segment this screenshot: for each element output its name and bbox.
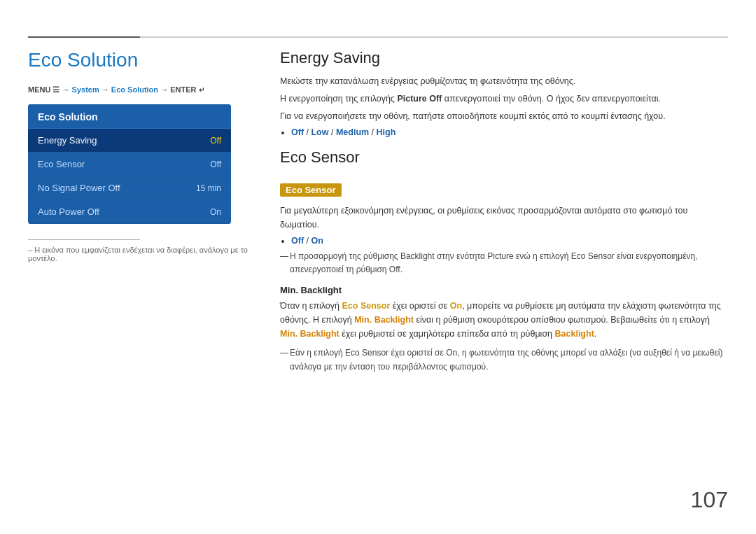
energy-saving-text-3: Για να ενεργοποιήσετε την οθόνη, πατήστε… [280,109,728,123]
eco-sensor-text-1: Για μεγαλύτερη εξοικονόμηση ενέργειας, ο… [280,204,728,232]
footnote: – Η εικόνα που εμφανίζεται ενδέχεται να … [28,246,252,262]
menu-path: MENU ☰ → System → Eco Solution → ENTER ↵ [28,85,252,94]
menu-path-label: MENU ☰ → [28,85,72,94]
min-backlight-title: Min. Backlight [280,285,728,295]
footnote-divider [28,239,140,240]
energy-saving-text-1: Μειώστε την κατανάλωση ενέργειας ρυθμίζο… [280,74,728,88]
energy-saving-value: Off [210,136,221,146]
energy-saving-text-2: Η ενεργοποίηση της επιλογής Picture Off … [280,92,728,106]
menu-item-eco-sensor[interactable]: Eco Sensor Off [28,153,231,176]
right-panel: Energy Saving Μειώστε την κατανάλωση ενέ… [280,49,728,377]
page-title: Eco Solution [28,49,252,71]
page-number: 107 [691,487,728,513]
eco-sensor-value: Off [210,160,221,169]
top-divider [28,36,728,38]
energy-saving-options: Off / Low / Medium / High [291,127,728,137]
min-backlight-note: Εάν η επιλογή Eco Sensor έχει οριστεί σε… [280,346,728,373]
menu-item-auto-power[interactable]: Auto Power Off On [28,200,231,224]
menu-system: System [72,85,99,94]
bullet-off-low-medium-high: Off / Low / Medium / High [291,127,728,137]
min-backlight-text: Όταν η επιλογή Eco Sensor έχει οριστεί σ… [280,299,728,341]
eco-box-title: Eco Solution [28,104,231,129]
energy-saving-label: Energy Saving [38,135,97,146]
left-panel: Eco Solution MENU ☰ → System → Eco Solut… [28,49,252,262]
menu-item-no-signal[interactable]: No Signal Power Off 15 min [28,176,231,200]
auto-power-label: Auto Power Off [38,206,99,217]
eco-sensor-label: Eco Sensor [38,159,85,169]
no-signal-value: 15 min [196,183,221,193]
menu-item-energy-saving[interactable]: Energy Saving Off [28,129,231,153]
eco-sensor-title: Eco Sensor [280,148,728,167]
menu-eco: Eco Solution [111,85,158,94]
eco-sensor-badge: Eco Sensor [280,183,342,197]
eco-sensor-note: Η προσαρμογή της ρύθμισης Backlight στην… [280,250,728,276]
no-signal-label: No Signal Power Off [38,183,120,193]
eco-sensor-options: Off / On [291,236,728,246]
bullet-off-on: Off / On [291,236,728,246]
auto-power-value: On [210,207,221,217]
energy-saving-title: Energy Saving [280,49,728,67]
eco-solution-menu: Eco Solution Energy Saving Off Eco Senso… [28,104,231,224]
